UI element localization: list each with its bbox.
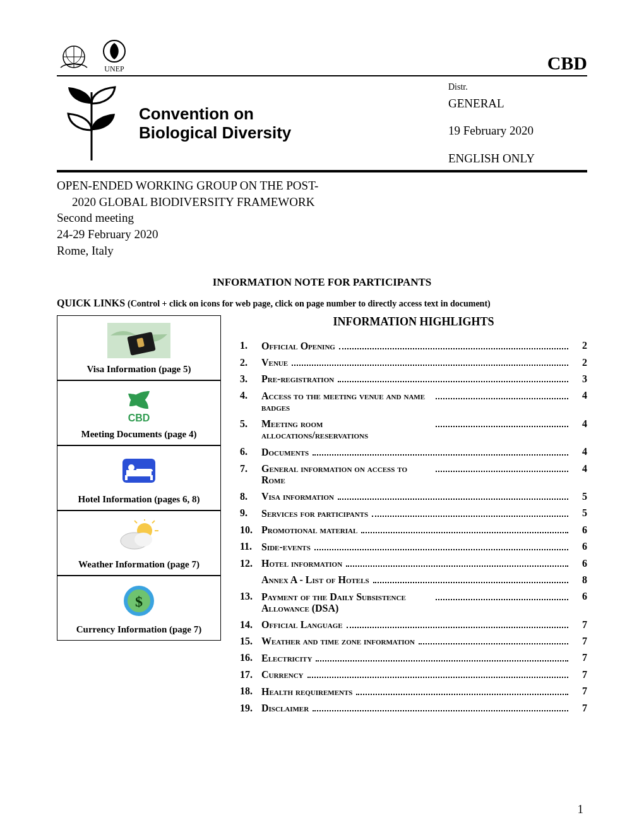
toc-page[interactable]: 7 — [576, 636, 587, 652]
toc-row[interactable]: 6.Documents4 — [240, 446, 587, 462]
toc-row[interactable]: 14.Official Language7 — [240, 619, 587, 636]
toc-text: Electricity — [261, 652, 576, 668]
toc-page[interactable]: 8 — [576, 574, 587, 591]
toc-number: 8. — [240, 491, 261, 507]
toc-number: 1. — [240, 340, 261, 356]
title-line1: Convention on — [139, 105, 291, 124]
toc-leader-dots — [436, 591, 568, 600]
toc-row[interactable]: 15.Weather and time zone information7 — [240, 636, 587, 652]
toc-label: Side-events — [261, 541, 311, 553]
distr-label: Distr. — [448, 80, 587, 94]
toc-text: Official Opening — [261, 340, 576, 356]
toc-page[interactable]: 7 — [576, 652, 587, 668]
divider-thin — [57, 75, 587, 76]
wg-line1: OPEN-ENDED WORKING GROUP ON THE POST- — [57, 178, 587, 194]
toc-page[interactable]: 4 — [576, 418, 587, 446]
toc-text: Disclaimer — [261, 703, 576, 719]
toc-leader-dots — [346, 558, 568, 567]
toc-label: Venue — [261, 357, 288, 368]
toc-row[interactable]: 17.Currency7 — [240, 669, 587, 686]
meeting-session: Second meeting — [57, 210, 587, 226]
toc-leader-dots — [338, 373, 568, 382]
toc-row[interactable]: 13.Payment of the Daily Subsistence Allo… — [240, 591, 587, 619]
ql-card-caption: CBD — [128, 413, 150, 424]
toc-row[interactable]: 11.Side-events6 — [240, 541, 587, 557]
toc-page[interactable]: 6 — [576, 541, 587, 557]
toc-leader-dots — [436, 463, 568, 472]
toc-page[interactable]: 4 — [576, 390, 587, 418]
toc-leader-dots — [339, 340, 568, 349]
toc-number: 9. — [240, 507, 261, 524]
unep-emblem-icon — [100, 38, 129, 64]
toc-leader-dots — [307, 669, 568, 678]
document-header-main: Convention on Biological Diversity Distr… — [57, 80, 587, 167]
toc-leader-dots — [373, 574, 568, 583]
document-language: ENGLISH ONLY — [448, 149, 587, 167]
page-number: 1 — [578, 802, 584, 816]
toc-text: Promotional material — [261, 524, 576, 541]
toc-label: Pre-registration — [261, 373, 334, 385]
toc-number: 10. — [240, 524, 261, 541]
toc-page[interactable]: 6 — [576, 591, 587, 619]
toc-page[interactable]: 2 — [576, 340, 587, 356]
toc-page[interactable]: 7 — [576, 703, 587, 719]
toc-page[interactable]: 2 — [576, 357, 587, 373]
toc-row[interactable]: 19.Disclaimer7 — [240, 703, 587, 719]
toc-label: Weather and time zone information — [261, 636, 415, 647]
toc-text: Venue — [261, 357, 576, 373]
toc-page[interactable]: 7 — [576, 619, 587, 636]
ql-card-documents[interactable]: CBD Meeting Documents (page 4) — [57, 380, 221, 445]
toc-leader-dots — [338, 491, 568, 500]
toc-number: 17. — [240, 669, 261, 686]
hotel-bed-icon — [119, 455, 159, 486]
toc-row[interactable]: 4.Access to the meeting venue and name b… — [240, 390, 587, 418]
toc-label: Health requirements — [261, 686, 352, 698]
toc-row[interactable]: 3.Pre-registration3 — [240, 373, 587, 390]
svg-line-13 — [152, 521, 155, 523]
toc-row[interactable]: 10.Promotional material6 — [240, 524, 587, 541]
toc-subrow[interactable]: Annex A - List of Hotels8 — [240, 574, 587, 591]
svg-line-14 — [134, 521, 137, 523]
currency-icon: $ — [121, 583, 157, 619]
toc-row[interactable]: 7.General information on access to Rome4 — [240, 463, 587, 491]
toc-page[interactable]: 3 — [576, 373, 587, 390]
toc-row[interactable]: 5.Meeting room allocations/reservations4 — [240, 418, 587, 446]
toc-page[interactable]: 5 — [576, 507, 587, 524]
toc-page[interactable]: 7 — [576, 686, 587, 702]
toc-row[interactable]: 18.Health requirements7 — [240, 686, 587, 702]
toc-row[interactable]: 1.Official Opening2 — [240, 340, 587, 356]
toc-number: 19. — [240, 703, 261, 719]
toc-row[interactable]: 12.Hotel information6 — [240, 558, 587, 574]
toc-row[interactable]: 8.Visa information5 — [240, 491, 587, 507]
convention-title: Convention on Biological Diversity — [139, 105, 291, 143]
toc-page[interactable]: 4 — [576, 463, 587, 491]
toc-label: Currency — [261, 669, 304, 680]
divider-thick — [57, 170, 587, 172]
toc-label: Promotional material — [261, 524, 357, 536]
ql-card-currency[interactable]: $ Currency Information (page 7) — [57, 576, 221, 641]
toc-text: Weather and time zone information — [261, 636, 576, 652]
toc-page[interactable]: 4 — [576, 446, 587, 462]
toc-number: 6. — [240, 446, 261, 462]
toc-page[interactable]: 5 — [576, 491, 587, 507]
title-line2: Biological Diversity — [139, 124, 291, 143]
highlights-title: INFORMATION HIGHLIGHTS — [240, 315, 587, 329]
toc-text: Documents — [261, 446, 576, 462]
toc-row[interactable]: 16.Electricity7 — [240, 652, 587, 668]
meeting-info: OPEN-ENDED WORKING GROUP ON THE POST- 20… — [57, 178, 587, 258]
toc-label: General information on access to Rome — [261, 463, 432, 486]
toc-page[interactable]: 6 — [576, 524, 587, 541]
ql-card-visa[interactable]: Visa Information (page 5) — [57, 315, 221, 380]
toc-row[interactable]: 2.Venue2 — [240, 357, 587, 373]
toc-text: Side-events — [261, 541, 576, 557]
toc-leader-dots — [313, 446, 568, 455]
ql-card-weather[interactable]: Weather Information (page 7) — [57, 511, 221, 576]
toc-number: 13. — [240, 591, 261, 619]
toc-number: 18. — [240, 686, 261, 702]
toc-page[interactable]: 7 — [576, 669, 587, 686]
ql-card-hotel[interactable]: Hotel Information (pages 6, 8) — [57, 445, 221, 511]
toc-text: Payment of the Daily Subsistence Allowan… — [261, 591, 576, 619]
toc-row[interactable]: 9.Services for participants5 — [240, 507, 587, 524]
toc-text: Meeting room allocations/reservations — [261, 418, 576, 446]
toc-page[interactable]: 6 — [576, 558, 587, 574]
